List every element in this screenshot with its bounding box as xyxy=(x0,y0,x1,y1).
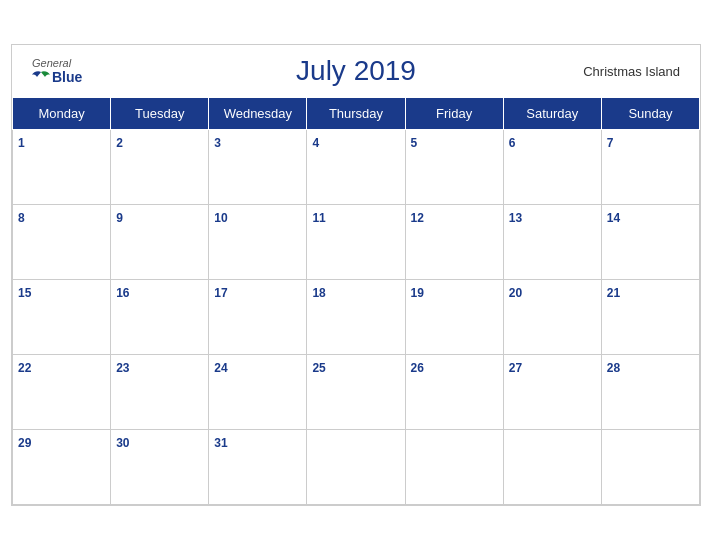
day-number: 5 xyxy=(411,136,418,150)
day-number: 17 xyxy=(214,286,227,300)
logo-blue-text: Blue xyxy=(32,69,82,85)
calendar-grid: Monday Tuesday Wednesday Thursday Friday… xyxy=(12,97,700,505)
header-sunday: Sunday xyxy=(601,98,699,130)
day-cell: 17 xyxy=(209,280,307,355)
day-cell: 21 xyxy=(601,280,699,355)
day-cell: 28 xyxy=(601,355,699,430)
day-cell: 11 xyxy=(307,205,405,280)
day-number: 26 xyxy=(411,361,424,375)
header-monday: Monday xyxy=(13,98,111,130)
logo-bird-icon xyxy=(32,70,50,84)
header-tuesday: Tuesday xyxy=(111,98,209,130)
logo-general-text: General xyxy=(32,57,71,69)
day-cell: 2 xyxy=(111,130,209,205)
day-number: 18 xyxy=(312,286,325,300)
week-row-5: 293031 xyxy=(13,430,700,505)
day-cell xyxy=(503,430,601,505)
week-row-2: 891011121314 xyxy=(13,205,700,280)
day-number: 19 xyxy=(411,286,424,300)
day-number: 25 xyxy=(312,361,325,375)
logo: General Blue xyxy=(32,57,82,85)
day-cell xyxy=(307,430,405,505)
day-number: 20 xyxy=(509,286,522,300)
week-row-3: 15161718192021 xyxy=(13,280,700,355)
day-number: 22 xyxy=(18,361,31,375)
day-cell: 16 xyxy=(111,280,209,355)
day-number: 6 xyxy=(509,136,516,150)
day-number: 2 xyxy=(116,136,123,150)
day-cell: 14 xyxy=(601,205,699,280)
day-cell: 3 xyxy=(209,130,307,205)
day-cell: 23 xyxy=(111,355,209,430)
calendar-header: General Blue July 2019 Christmas Island xyxy=(12,45,700,97)
day-cell: 9 xyxy=(111,205,209,280)
day-cell: 15 xyxy=(13,280,111,355)
day-number: 10 xyxy=(214,211,227,225)
header-friday: Friday xyxy=(405,98,503,130)
day-cell: 1 xyxy=(13,130,111,205)
day-cell: 30 xyxy=(111,430,209,505)
header-thursday: Thursday xyxy=(307,98,405,130)
day-cell: 13 xyxy=(503,205,601,280)
day-number: 27 xyxy=(509,361,522,375)
day-number: 8 xyxy=(18,211,25,225)
day-number: 1 xyxy=(18,136,25,150)
day-cell: 27 xyxy=(503,355,601,430)
day-cell: 12 xyxy=(405,205,503,280)
day-cell: 7 xyxy=(601,130,699,205)
day-cell: 10 xyxy=(209,205,307,280)
day-number: 7 xyxy=(607,136,614,150)
day-cell: 8 xyxy=(13,205,111,280)
day-cell: 4 xyxy=(307,130,405,205)
day-number: 4 xyxy=(312,136,319,150)
day-number: 24 xyxy=(214,361,227,375)
day-number: 29 xyxy=(18,436,31,450)
day-number: 14 xyxy=(607,211,620,225)
region-label: Christmas Island xyxy=(583,64,680,79)
day-number: 3 xyxy=(214,136,221,150)
day-number: 31 xyxy=(214,436,227,450)
day-number: 9 xyxy=(116,211,123,225)
day-number: 21 xyxy=(607,286,620,300)
day-cell xyxy=(405,430,503,505)
day-number: 23 xyxy=(116,361,129,375)
header-saturday: Saturday xyxy=(503,98,601,130)
day-cell: 18 xyxy=(307,280,405,355)
week-row-1: 1234567 xyxy=(13,130,700,205)
day-cell: 22 xyxy=(13,355,111,430)
day-number: 15 xyxy=(18,286,31,300)
day-cell xyxy=(601,430,699,505)
calendar-title: July 2019 xyxy=(296,55,416,87)
day-cell: 24 xyxy=(209,355,307,430)
day-cell: 29 xyxy=(13,430,111,505)
day-cell: 6 xyxy=(503,130,601,205)
day-cell: 19 xyxy=(405,280,503,355)
week-row-4: 22232425262728 xyxy=(13,355,700,430)
day-cell: 31 xyxy=(209,430,307,505)
day-number: 12 xyxy=(411,211,424,225)
header-wednesday: Wednesday xyxy=(209,98,307,130)
day-cell: 25 xyxy=(307,355,405,430)
day-number: 16 xyxy=(116,286,129,300)
day-cell: 26 xyxy=(405,355,503,430)
day-number: 28 xyxy=(607,361,620,375)
day-cell: 5 xyxy=(405,130,503,205)
day-number: 30 xyxy=(116,436,129,450)
day-number: 13 xyxy=(509,211,522,225)
calendar-container: General Blue July 2019 Christmas Island … xyxy=(11,44,701,506)
weekday-header-row: Monday Tuesday Wednesday Thursday Friday… xyxy=(13,98,700,130)
day-number: 11 xyxy=(312,211,325,225)
day-cell: 20 xyxy=(503,280,601,355)
